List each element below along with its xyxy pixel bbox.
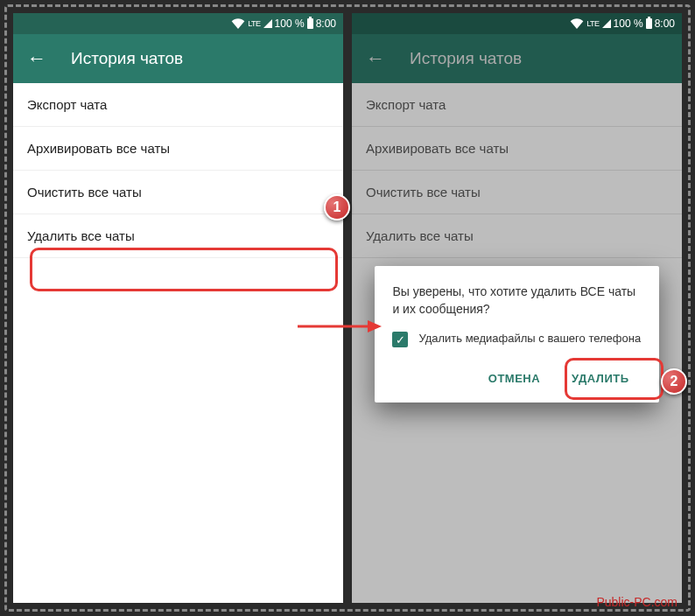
clock: 8:00 [316, 18, 336, 30]
dialog-checkbox-row[interactable]: ✓ Удалить медиафайлы с вашего телефона [392, 332, 641, 347]
signal-icon [602, 19, 611, 28]
battery-icon [646, 18, 652, 29]
lte-indicator: LTE [248, 19, 260, 28]
wifi-icon [231, 18, 245, 29]
app-bar: ← История чатов [352, 34, 682, 83]
menu-export-chat: Экспорт чата [352, 83, 682, 127]
battery-percent: 100 % [614, 18, 643, 30]
phone-screen-1: LTE 100 % 8:00 ← История чатов Экспорт ч… [13, 13, 343, 603]
menu-archive-all: Архивировать все чаты [352, 127, 682, 171]
battery-percent: 100 % [275, 18, 305, 30]
signal-icon [263, 19, 272, 28]
menu-archive-all[interactable]: Архивировать все чаты [13, 127, 343, 171]
confirm-dialog: Вы уверены, что хотите удалить ВСЕ чаты … [375, 266, 658, 402]
back-arrow-icon[interactable]: ← [366, 47, 385, 70]
delete-button[interactable]: УДАЛИТЬ [559, 363, 642, 394]
dialog-actions: ОТМЕНА УДАЛИТЬ [392, 363, 641, 394]
phone-screen-2: LTE 100 % 8:00 ← История чатов Экспорт ч… [352, 13, 682, 603]
dialog-message: Вы уверены, что хотите удалить ВСЕ чаты … [392, 284, 641, 318]
menu-delete-all[interactable]: Удалить все чаты [13, 214, 343, 258]
back-arrow-icon[interactable]: ← [27, 47, 46, 70]
checkbox-icon[interactable]: ✓ [392, 332, 408, 347]
checkbox-label: Удалить медиафайлы с вашего телефона [418, 332, 641, 346]
page-title: История чатов [71, 49, 183, 68]
app-bar: ← История чатов [13, 34, 343, 83]
clock: 8:00 [655, 18, 675, 30]
lte-indicator: LTE [586, 19, 599, 28]
menu-clear-all: Очистить все чаты [352, 171, 682, 214]
menu-clear-all[interactable]: Очистить все чаты [13, 171, 343, 214]
menu-delete-all: Удалить все чаты [352, 214, 682, 258]
status-bar: LTE 100 % 8:00 [352, 13, 682, 34]
arrow-icon [296, 318, 383, 335]
wifi-icon [570, 18, 584, 29]
watermark: Public-PC.com [596, 595, 677, 609]
step-badge-1: 1 [324, 194, 350, 220]
menu-export-chat[interactable]: Экспорт чата [13, 83, 343, 127]
page-title: История чатов [410, 49, 522, 68]
battery-icon [307, 18, 313, 29]
settings-list: Экспорт чата Архивировать все чаты Очист… [13, 83, 343, 603]
status-bar: LTE 100 % 8:00 [13, 13, 343, 34]
step-badge-2: 2 [661, 368, 687, 395]
svg-marker-1 [368, 320, 382, 332]
cancel-button[interactable]: ОТМЕНА [476, 363, 552, 394]
